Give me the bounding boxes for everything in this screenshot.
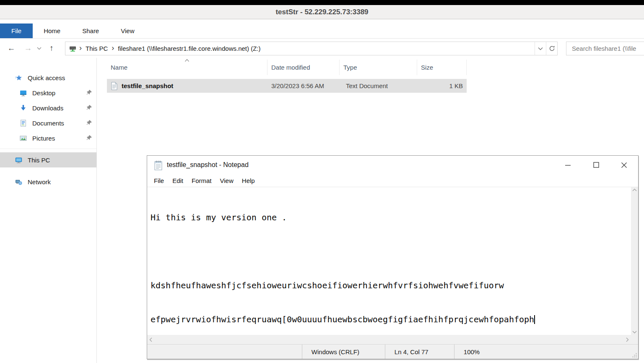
sidebar-item-downloads[interactable]: Downloads (0, 100, 96, 115)
notepad-status-bar: Windows (CRLF) Ln 4, Col 77 100% (147, 344, 638, 359)
breadcrumb-chevron-icon: › (109, 44, 117, 53)
menu-help[interactable]: Help (238, 177, 259, 184)
sidebar-item-quick-access[interactable]: Quick access (0, 70, 96, 85)
rdp-title-bar: testStr - 52.229.225.73:3389 (0, 5, 644, 19)
column-header-name[interactable]: Name (107, 60, 267, 75)
notepad-window-controls (554, 156, 638, 174)
file-name-cell: testfile_snapshot (107, 79, 267, 93)
refresh-icon[interactable] (546, 42, 557, 55)
scroll-down-icon (632, 331, 637, 334)
explorer-address-bar: ← → ↑ › This PC › fileshare1 (\\fileshar… (0, 39, 644, 58)
notepad-window: testfile_snapshot - Notepad File Edit Fo… (147, 155, 639, 359)
address-dropdown-chevron-icon[interactable] (535, 42, 546, 55)
text-line: efpwejrvrwiofhwisrfeqruawq[0w0uuuufhuewb… (151, 314, 631, 325)
notepad-body: Hi this is my version one . kdshfheufhaw… (147, 187, 638, 335)
back-icon[interactable]: ← (5, 42, 18, 55)
sidebar-item-desktop[interactable]: Desktop (0, 85, 96, 100)
downloads-icon (20, 104, 27, 112)
sidebar-item-label: Quick access (28, 74, 65, 81)
sidebar-item-pictures[interactable]: Pictures (0, 131, 96, 146)
menu-file[interactable]: File (150, 177, 168, 184)
rdp-session-title: testStr - 52.229.225.73:3389 (275, 8, 368, 16)
sidebar-item-label: Network (28, 178, 51, 185)
scrollbar-corner (631, 335, 638, 344)
pin-icon (86, 89, 92, 96)
sidebar-item-label: Documents (32, 120, 64, 127)
remote-desktop-screen: testStr - 52.229.225.73:3389 File Home S… (0, 0, 644, 363)
pin-icon (86, 120, 92, 126)
sidebar-item-label: This PC (28, 157, 50, 164)
desktop-icon (20, 89, 27, 97)
sidebar-item-label: Desktop (32, 89, 55, 97)
close-icon[interactable] (610, 156, 638, 174)
minimize-icon[interactable] (554, 156, 582, 174)
resize-grip-icon[interactable] (632, 353, 637, 358)
text-line: Hi this is my version one . (151, 212, 631, 223)
explorer-ribbon: File Home Share View (0, 20, 644, 39)
scroll-left-icon (149, 337, 152, 342)
breadcrumb-chevron-icon: › (76, 44, 85, 53)
sort-ascending-icon (184, 59, 190, 62)
tab-share[interactable]: Share (71, 24, 110, 38)
sidebar-spacer (0, 167, 96, 174)
status-line-ending: Windows (CRLF) (302, 345, 385, 359)
file-row-testfile-snapshot[interactable]: testfile_snapshot 3/20/2023 6:56 AM Text… (107, 79, 467, 93)
text-line (151, 246, 631, 257)
sidebar-item-label: Downloads (32, 104, 63, 112)
column-header-type[interactable]: Type (340, 60, 417, 75)
search-input[interactable]: Search fileshare1 (\\file (566, 42, 644, 55)
text-line: kdshfheufhaweshfjcfsehioweuriwcshoeifiow… (151, 280, 631, 291)
sidebar-item-this-pc[interactable]: This PC (0, 152, 96, 167)
status-zoom-level: 100% (454, 345, 638, 359)
sidebar-item-network[interactable]: Network (0, 174, 96, 189)
sidebar-item-documents[interactable]: Documents (0, 115, 96, 131)
scroll-right-icon (626, 337, 629, 342)
file-list-header: Name Date modified Type Size (107, 60, 467, 75)
status-section-empty (147, 345, 302, 359)
notepad-hscroll-row (147, 335, 638, 344)
sidebar-separator (0, 149, 96, 149)
network-icon (15, 178, 22, 185)
status-cursor-position: Ln 4, Col 77 (385, 345, 454, 359)
file-date-cell: 3/20/2023 6:56 AM (267, 79, 340, 93)
sidebar-item-label: Pictures (32, 135, 55, 142)
pictures-icon (20, 135, 27, 142)
scroll-up-icon (632, 188, 637, 191)
tab-view[interactable]: View (110, 24, 145, 38)
notepad-app-icon (154, 160, 163, 170)
vertical-scrollbar[interactable] (631, 187, 638, 335)
menu-edit[interactable]: Edit (168, 177, 187, 184)
text-file-icon (111, 82, 118, 90)
pin-icon (86, 135, 92, 141)
navigation-pane: Quick access Desktop Downloads (0, 58, 97, 363)
pin-icon (86, 104, 92, 111)
recent-locations-chevron-icon[interactable] (34, 42, 44, 55)
text-caret (534, 315, 535, 324)
rdp-letterbox-bar (0, 0, 644, 5)
column-header-size[interactable]: Size (417, 60, 467, 75)
file-type-cell: Text Document (340, 79, 417, 93)
forward-icon: → (22, 42, 34, 55)
notepad-menu-bar: File Edit Format View Help (147, 174, 638, 187)
breadcrumb-fileshare[interactable]: fileshare1 (\\filesharestr1.file.core.wi… (117, 45, 261, 52)
file-size-cell: 1 KB (417, 79, 467, 93)
address-box[interactable]: › This PC › fileshare1 (\\filesharestr1.… (65, 42, 558, 55)
notepad-text-editor[interactable]: Hi this is my version one . kdshfheufhaw… (147, 187, 631, 335)
breadcrumb-this-pc[interactable]: This PC (85, 45, 109, 52)
documents-icon (20, 120, 27, 127)
tab-file[interactable]: File (0, 24, 33, 38)
up-icon[interactable]: ↑ (45, 42, 58, 55)
network-drive-icon (69, 45, 76, 52)
menu-view[interactable]: View (216, 177, 238, 184)
quick-access-star-icon (15, 74, 22, 81)
menu-format[interactable]: Format (187, 177, 216, 184)
column-header-date-modified[interactable]: Date modified (267, 60, 340, 75)
this-pc-icon (15, 157, 22, 164)
horizontal-scrollbar[interactable] (147, 335, 631, 344)
maximize-icon[interactable] (582, 156, 610, 174)
notepad-title-bar[interactable]: testfile_snapshot - Notepad (147, 156, 638, 174)
notepad-window-title: testfile_snapshot - Notepad (167, 161, 554, 169)
tab-home[interactable]: Home (33, 24, 71, 38)
